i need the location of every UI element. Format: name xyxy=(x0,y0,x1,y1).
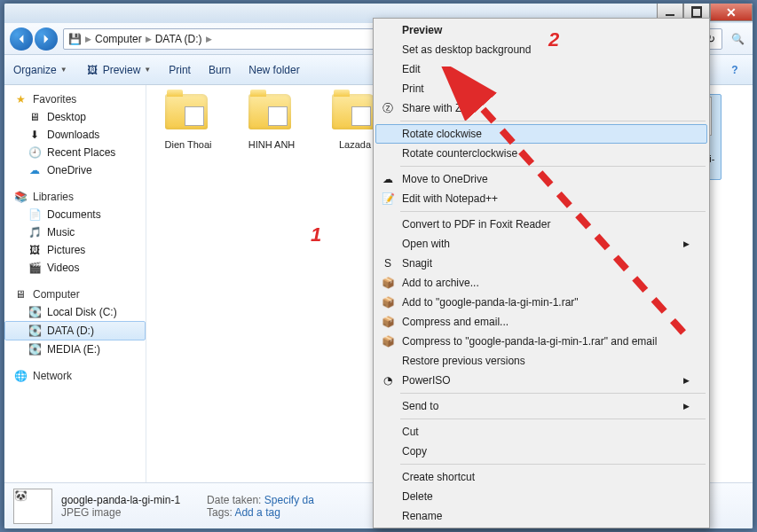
context-menu-label: Copy xyxy=(402,445,427,458)
context-menu-item[interactable]: Preview xyxy=(375,20,707,40)
details-tags-value[interactable]: Add a tag xyxy=(234,506,280,519)
sidebar-item-pictures[interactable]: 🖼Pictures xyxy=(4,241,146,259)
rar-icon: 📦 xyxy=(381,315,395,329)
computer-icon: 🖥 xyxy=(13,287,28,301)
context-menu-item[interactable]: Rotate clockwise xyxy=(375,124,707,144)
crumb-sep: ▶ xyxy=(146,35,152,43)
network-icon: 🌐 xyxy=(13,369,28,383)
sidebar-network-header[interactable]: 🌐Network xyxy=(4,367,146,385)
sidebar-item-downloads[interactable]: ⬇Downloads xyxy=(4,126,146,144)
context-menu-item[interactable]: 📦Compress and email... xyxy=(375,312,707,332)
context-menu-item[interactable]: Edit xyxy=(375,59,707,79)
context-menu-item[interactable]: ⓩShare with Zalo xyxy=(375,98,707,118)
context-menu-item[interactable]: Copy xyxy=(375,442,707,461)
desktop-icon: 🖥 xyxy=(28,110,42,124)
onedrive-icon: ☁ xyxy=(28,163,42,177)
sidebar-item-music[interactable]: 🎵Music xyxy=(4,223,146,241)
folder-item[interactable]: HINH ANH xyxy=(239,94,304,180)
libraries-icon: 📚 xyxy=(13,190,28,204)
submenu-arrow-icon: ▶ xyxy=(683,376,690,385)
context-menu-separator xyxy=(400,166,706,167)
sidebar-computer-header[interactable]: 🖥Computer xyxy=(4,286,146,303)
details-date-value[interactable]: Specify da xyxy=(264,494,314,506)
context-menu-label: Add to "google-panda-la-gi-min-1.rar" xyxy=(402,296,579,309)
crumb-computer[interactable]: Computer xyxy=(95,33,142,45)
details-thumbnail: 🐼 xyxy=(13,489,52,524)
context-menu-item[interactable]: Restore previous versions xyxy=(375,351,707,371)
context-menu-separator xyxy=(400,393,706,394)
sidebar-item-videos[interactable]: 🎬Videos xyxy=(4,259,146,277)
context-menu-label: Edit xyxy=(402,63,421,75)
context-menu-item[interactable]: ☁Move to OneDrive xyxy=(375,169,707,189)
context-menu-label: Rename xyxy=(402,510,442,522)
newfolder-button[interactable]: New folder xyxy=(248,64,299,76)
snagit-icon: S xyxy=(381,256,395,270)
rar-icon: 📦 xyxy=(381,334,395,348)
annotation-1: 1 xyxy=(311,223,321,246)
context-menu-item[interactable]: 📦Add to archive... xyxy=(375,273,707,293)
search-button[interactable]: 🔍 xyxy=(728,28,747,50)
forward-button[interactable] xyxy=(35,27,58,51)
music-icon: 🎵 xyxy=(28,225,42,239)
folder-item[interactable]: Dien Thoai xyxy=(155,94,221,180)
context-menu-separator xyxy=(400,211,706,212)
documents-icon: 📄 xyxy=(28,207,42,222)
onedrive-icon: ☁ xyxy=(381,172,395,186)
burn-button[interactable]: Burn xyxy=(209,64,231,76)
sidebar-item-local-c[interactable]: 💽Local Disk (C:) xyxy=(4,303,146,321)
context-menu-item[interactable]: Convert to PDF in Foxit Reader xyxy=(375,215,707,234)
chevron-down-icon: ▼ xyxy=(144,66,151,74)
details-filetype: JPEG image xyxy=(61,506,180,519)
context-menu-item[interactable]: SSnagit xyxy=(375,254,707,273)
context-menu-item[interactable]: Set as desktop background xyxy=(375,40,707,59)
context-menu-separator xyxy=(400,121,706,121)
context-menu-item[interactable]: Send to▶ xyxy=(375,396,707,416)
context-menu-item[interactable]: Delete xyxy=(375,487,707,506)
context-menu-item[interactable]: 📦Add to "google-panda-la-gi-min-1.rar" xyxy=(375,293,707,312)
context-menu-label: Compress to "google-panda-la-gi-min-1.ra… xyxy=(402,335,657,348)
context-menu-label: Cut xyxy=(402,426,419,438)
print-button[interactable]: Print xyxy=(169,64,191,76)
help-icon[interactable]: ? xyxy=(726,61,744,79)
sidebar-libraries-header[interactable]: 📚Libraries xyxy=(4,188,146,206)
context-menu-label: Open with xyxy=(402,238,450,250)
star-icon: ★ xyxy=(13,92,28,106)
context-menu-item[interactable]: 📦Compress to "google-panda-la-gi-min-1.r… xyxy=(375,332,707,351)
organize-button[interactable]: Organize▼ xyxy=(13,64,67,76)
sidebar: ★Favorites 🖥Desktop ⬇Downloads 🕘Recent P… xyxy=(4,85,146,482)
sidebar-item-recent[interactable]: 🕘Recent Places xyxy=(4,144,146,161)
rar-icon: 📦 xyxy=(381,276,395,290)
sidebar-favorites-header[interactable]: ★Favorites xyxy=(4,90,146,108)
context-menu-label: Restore previous versions xyxy=(402,355,525,367)
context-menu-label: Delete xyxy=(402,490,433,503)
context-menu-item[interactable]: Rename xyxy=(375,506,707,526)
context-menu-item[interactable]: Create shortcut xyxy=(375,467,707,487)
context-menu-label: Create shortcut xyxy=(402,471,475,483)
crumb-drive[interactable]: DATA (D:) xyxy=(155,33,202,45)
sidebar-item-desktop[interactable]: 🖥Desktop xyxy=(4,108,146,126)
zalo-icon: ⓩ xyxy=(381,101,395,115)
context-menu-label: Convert to PDF in Foxit Reader xyxy=(402,218,550,231)
context-menu-separator xyxy=(400,464,706,465)
context-menu-item[interactable]: Rotate counterclockwise xyxy=(375,144,707,163)
sidebar-item-media-e[interactable]: 💽MEDIA (E:) xyxy=(4,340,146,358)
drive-icon: 💽 xyxy=(28,305,42,319)
sidebar-item-data-d[interactable]: 💽DATA (D:) xyxy=(4,321,146,340)
pictures-icon: 🖼 xyxy=(28,243,42,257)
context-menu-item[interactable]: ◔PowerISO▶ xyxy=(375,371,707,390)
sidebar-item-onedrive[interactable]: ☁OneDrive xyxy=(4,161,146,179)
context-menu-item[interactable]: Print xyxy=(375,79,707,98)
chevron-down-icon: ▼ xyxy=(60,66,67,74)
context-menu-item[interactable]: Cut xyxy=(375,422,707,442)
context-menu-label: Move to OneDrive xyxy=(402,173,488,185)
context-menu-item[interactable]: 📝Edit with Notepad++ xyxy=(375,189,707,208)
close-button[interactable]: ✕ xyxy=(710,4,753,21)
context-menu-label: Rotate clockwise xyxy=(402,128,482,140)
poweriso-icon: ◔ xyxy=(381,373,395,387)
context-menu-item[interactable]: Open with▶ xyxy=(375,234,707,254)
back-button[interactable] xyxy=(10,27,33,51)
preview-button[interactable]: 🖼Preview▼ xyxy=(85,63,152,77)
context-menu-label: PowerISO xyxy=(402,374,451,387)
sidebar-item-documents[interactable]: 📄Documents xyxy=(4,206,146,223)
npp-icon: 📝 xyxy=(381,192,395,206)
